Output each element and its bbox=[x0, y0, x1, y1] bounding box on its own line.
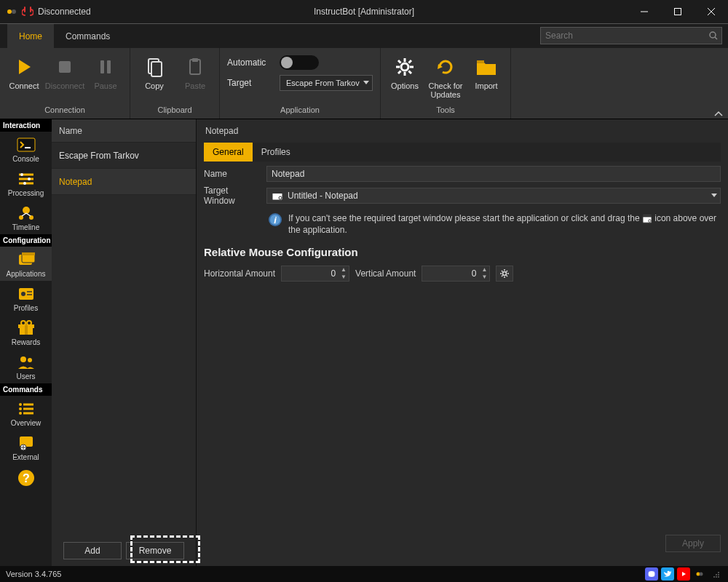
editor-tabbar: General Profiles bbox=[204, 143, 721, 162]
svg-line-82 bbox=[507, 276, 508, 277]
options-button[interactable]: Options bbox=[385, 51, 424, 105]
tab-general[interactable]: General bbox=[204, 143, 253, 162]
svg-rect-11 bbox=[107, 60, 111, 73]
list-item[interactable]: Escape From Tarkov bbox=[52, 143, 196, 169]
youtube-icon[interactable] bbox=[677, 567, 690, 581]
name-input[interactable] bbox=[266, 166, 721, 182]
sidebar-item-external[interactable]: External bbox=[0, 430, 52, 464]
svg-marker-8 bbox=[19, 60, 31, 74]
mouse-config-settings-button[interactable] bbox=[496, 266, 513, 282]
window-minimize-button[interactable] bbox=[628, 0, 661, 23]
sidebar-item-applications[interactable]: Applications bbox=[0, 247, 52, 281]
svg-point-59 bbox=[19, 412, 22, 415]
svg-rect-74 bbox=[643, 215, 652, 218]
svg-line-7 bbox=[715, 37, 717, 39]
svg-rect-43 bbox=[22, 252, 35, 255]
sidebar-item-console[interactable]: Console bbox=[0, 132, 52, 166]
app-icon bbox=[6, 6, 17, 17]
svg-point-91 bbox=[718, 574, 719, 575]
connection-status-text: Disconnected bbox=[38, 7, 91, 17]
left-sidebar: Interaction Console Processing Timeline … bbox=[0, 119, 52, 566]
search-input[interactable] bbox=[541, 31, 705, 41]
remove-button[interactable]: Remove bbox=[126, 542, 184, 559]
section-title: Relative Mouse Configuration bbox=[204, 246, 721, 258]
svg-marker-16 bbox=[363, 81, 369, 84]
svg-point-51 bbox=[21, 321, 25, 325]
sidebar-item-overview[interactable]: Overview bbox=[0, 396, 52, 430]
resize-grip-icon[interactable] bbox=[709, 567, 722, 581]
sidebar-item-profiles[interactable]: Profiles bbox=[0, 281, 52, 315]
window-titlebar: Disconnected InstructBot [Administrator] bbox=[0, 0, 728, 23]
svg-rect-15 bbox=[192, 58, 198, 62]
svg-line-24 bbox=[398, 71, 401, 74]
sidebar-item-users[interactable]: Users bbox=[0, 349, 52, 383]
connect-button[interactable]: Connect bbox=[4, 51, 44, 105]
twitter-icon[interactable] bbox=[661, 567, 674, 581]
svg-point-52 bbox=[27, 321, 31, 325]
list-header[interactable]: Name bbox=[52, 119, 196, 143]
ribbon-group-application: Automatic Target Escape From Tarkov Appl… bbox=[220, 48, 381, 119]
hamount-input[interactable]: 0 ▲▼ bbox=[281, 266, 349, 282]
sidebar-item-rewards[interactable]: Rewards bbox=[0, 315, 52, 349]
window-picker-icon bbox=[642, 215, 652, 223]
window-picker-icon[interactable] bbox=[272, 191, 283, 201]
applications-list: Name Escape From Tarkov Notepad Add Remo… bbox=[52, 119, 197, 566]
copy-button[interactable]: Copy bbox=[135, 51, 174, 105]
svg-point-35 bbox=[23, 182, 26, 185]
list-item[interactable]: Notepad bbox=[52, 169, 196, 195]
automatic-toggle[interactable] bbox=[280, 55, 319, 70]
spinner-up-icon[interactable]: ▲ bbox=[339, 266, 349, 274]
svg-point-57 bbox=[19, 407, 22, 410]
svg-point-93 bbox=[716, 576, 717, 578]
target-window-dropdown[interactable]: Untitled - Notepad bbox=[266, 188, 721, 204]
sidebar-item-timeline[interactable]: Timeline bbox=[0, 200, 52, 234]
vamount-label: Vertical Amount bbox=[355, 268, 416, 279]
check-updates-button[interactable]: Check for Updates bbox=[426, 51, 465, 105]
pause-button: Pause bbox=[86, 51, 125, 105]
spinner-up-icon[interactable]: ▲ bbox=[479, 266, 489, 274]
svg-line-22 bbox=[398, 60, 401, 63]
window-close-button[interactable] bbox=[695, 0, 728, 23]
window-maximize-button[interactable] bbox=[661, 0, 695, 23]
vamount-input[interactable]: 0 ▲▼ bbox=[422, 266, 490, 282]
svg-point-53 bbox=[20, 356, 26, 362]
svg-rect-27 bbox=[477, 60, 484, 63]
ribbon-group-clipboard-label: Clipboard bbox=[135, 105, 215, 117]
hamount-label: Horizontal Amount bbox=[204, 268, 275, 279]
menu-bar: Home Commands bbox=[0, 23, 728, 48]
apply-button[interactable]: Apply bbox=[665, 535, 721, 552]
svg-rect-66 bbox=[272, 191, 282, 194]
search-box[interactable] bbox=[540, 27, 722, 44]
svg-point-6 bbox=[710, 32, 716, 38]
svg-point-0 bbox=[7, 9, 12, 14]
svg-point-45 bbox=[21, 292, 25, 296]
spinner-down-icon[interactable]: ▼ bbox=[479, 274, 489, 281]
svg-line-25 bbox=[409, 60, 412, 63]
svg-line-84 bbox=[507, 271, 508, 272]
add-button[interactable]: Add bbox=[63, 542, 122, 559]
sidebar-item-help[interactable]: ? bbox=[0, 464, 52, 490]
ribbon-group-tools-label: Tools bbox=[385, 105, 506, 117]
editor-panel: Notepad General Profiles Name Target Win… bbox=[197, 119, 728, 566]
import-button[interactable]: Import bbox=[467, 51, 506, 105]
ribbon-group-connection-label: Connection bbox=[4, 105, 125, 117]
svg-text:i: i bbox=[274, 215, 277, 226]
spinner-down-icon[interactable]: ▼ bbox=[339, 274, 349, 281]
svg-line-39 bbox=[22, 213, 26, 216]
discord-icon[interactable] bbox=[645, 567, 658, 581]
menu-tab-home[interactable]: Home bbox=[7, 24, 54, 48]
sidebar-cat-configuration: Configuration bbox=[0, 234, 52, 247]
menu-tab-commands[interactable]: Commands bbox=[54, 24, 122, 48]
svg-point-55 bbox=[19, 403, 22, 406]
sidebar-item-processing[interactable]: Processing bbox=[0, 166, 52, 200]
ribbon-collapse-button[interactable] bbox=[713, 110, 724, 117]
tab-profiles[interactable]: Profiles bbox=[253, 143, 299, 162]
tray-app-icon[interactable] bbox=[693, 567, 706, 581]
name-label: Name bbox=[204, 169, 261, 179]
target-dropdown[interactable]: Escape From Tarkov bbox=[280, 75, 373, 91]
ribbon-group-connection: Connect Disconnect Pause Connection bbox=[0, 48, 130, 119]
svg-rect-3 bbox=[675, 9, 681, 15]
status-bar: Version 3.4.765 bbox=[0, 566, 728, 582]
svg-point-92 bbox=[713, 576, 715, 578]
svg-rect-13 bbox=[151, 62, 162, 76]
